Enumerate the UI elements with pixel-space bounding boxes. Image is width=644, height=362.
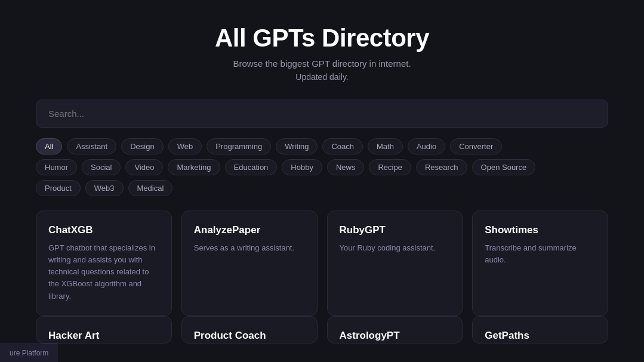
filter-tag-assistant[interactable]: Assistant <box>67 138 116 154</box>
filter-tag-hobby[interactable]: Hobby <box>282 159 322 175</box>
bottom-bar-label: ure Platform <box>10 349 48 357</box>
filter-tag-audio[interactable]: Audio <box>408 138 445 154</box>
card-partial-product-coach[interactable]: Product Coach <box>181 316 318 344</box>
filter-tag-all[interactable]: All <box>36 138 62 154</box>
page-title: All GPTs Directory <box>36 24 608 52</box>
card-description: Serves as a writing assistant. <box>194 242 305 254</box>
filter-tag-converter[interactable]: Converter <box>450 138 502 154</box>
card-title: Showtimes <box>485 224 596 236</box>
card-rubygpt[interactable]: RubyGPT Your Ruby coding assistant. <box>327 211 463 316</box>
filter-tag-design[interactable]: Design <box>121 138 163 154</box>
filter-tag-humor[interactable]: Humor <box>36 159 77 175</box>
card-analyzepaper[interactable]: AnalyzePaper Serves as a writing assista… <box>181 211 318 316</box>
filter-row-1: AllAssistantDesignWebProgrammingWritingC… <box>36 138 608 154</box>
card-partial-title: Product Coach <box>194 330 266 342</box>
filter-rows: AllAssistantDesignWebProgrammingWritingC… <box>36 138 608 196</box>
filter-tag-video[interactable]: Video <box>125 159 163 175</box>
filter-tag-web[interactable]: Web <box>168 138 202 154</box>
filter-tag-programming[interactable]: Programming <box>207 138 271 154</box>
card-title: RubyGPT <box>340 224 451 236</box>
filter-tag-marketing[interactable]: Marketing <box>168 159 220 175</box>
filter-tag-open-source[interactable]: Open Source <box>472 159 536 175</box>
card-description: Transcribe and summarize audio. <box>485 242 596 266</box>
filter-tag-product[interactable]: Product <box>36 180 81 196</box>
bottom-partial-grid: Hacker ArtProduct CoachAstrologyPTGetPat… <box>36 316 608 344</box>
card-description: Your Ruby coding assistant. <box>340 242 451 254</box>
card-showtimes[interactable]: Showtimes Transcribe and summarize audio… <box>472 211 608 316</box>
filter-tag-recipe[interactable]: Recipe <box>369 159 411 175</box>
card-title: ChatXGB <box>48 224 159 236</box>
filter-row-3: ProductWeb3Medical <box>36 180 608 196</box>
filter-tag-social[interactable]: Social <box>82 159 121 175</box>
page-subtitle: Browse the biggest GPT directory in inte… <box>36 58 608 69</box>
filter-tag-medical[interactable]: Medical <box>128 180 173 196</box>
filter-tag-writing[interactable]: Writing <box>276 138 318 154</box>
page-updated: Updated daily. <box>36 72 608 82</box>
filter-tag-education[interactable]: Education <box>225 159 278 175</box>
filter-tag-web3[interactable]: Web3 <box>85 180 124 196</box>
page-wrapper: All GPTs Directory Browse the biggest GP… <box>0 0 644 362</box>
card-title: AnalyzePaper <box>194 224 305 236</box>
card-partial-title: AstrologyPT <box>340 330 400 342</box>
card-description: GPT chatbot that specializes in writing … <box>48 242 159 302</box>
bottom-bar: ure Platform <box>0 344 58 362</box>
card-partial-astrologypt[interactable]: AstrologyPT <box>327 316 463 344</box>
filter-tag-coach[interactable]: Coach <box>322 138 363 154</box>
filter-tag-research[interactable]: Research <box>416 159 467 175</box>
card-partial-hacker-art[interactable]: Hacker Art <box>36 316 172 344</box>
card-partial-getpaths[interactable]: GetPaths <box>472 316 608 344</box>
card-partial-title: GetPaths <box>485 330 529 342</box>
cards-grid: ChatXGB GPT chatbot that specializes in … <box>36 211 608 316</box>
filter-row-2: HumorSocialVideoMarketingEducationHobbyN… <box>36 159 608 175</box>
page-header: All GPTs Directory Browse the biggest GP… <box>36 24 608 82</box>
card-chatxgb[interactable]: ChatXGB GPT chatbot that specializes in … <box>36 211 172 316</box>
filter-tag-math[interactable]: Math <box>368 138 403 154</box>
card-partial-title: Hacker Art <box>48 330 99 342</box>
filter-tag-news[interactable]: News <box>327 159 365 175</box>
search-input[interactable] <box>36 100 608 128</box>
